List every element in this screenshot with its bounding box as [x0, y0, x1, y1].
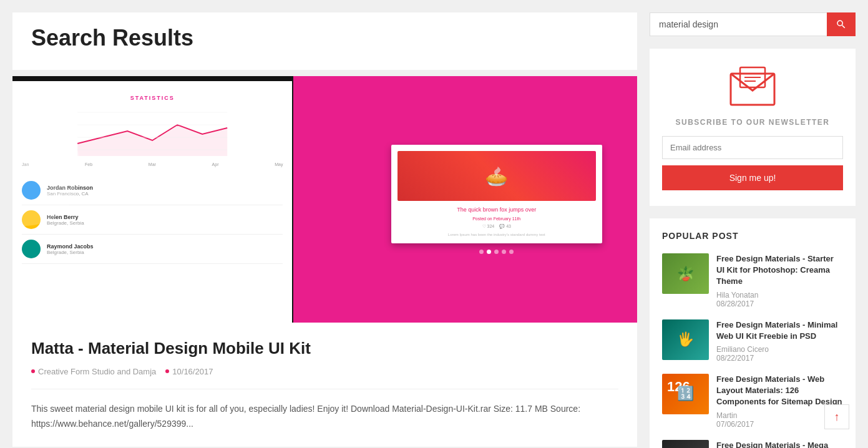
article-title: Matta - Material Design Mobile UI Kit: [31, 338, 618, 359]
search-input[interactable]: [650, 12, 827, 36]
popular-post-info-2: Free Design Materials - Minimal Web UI K…: [716, 319, 843, 363]
publish-date: 10/16/2017: [172, 367, 213, 376]
card-actions: ♡ 324 💬 43: [397, 224, 596, 229]
article-divider: [31, 389, 618, 389]
popular-post-date-2: 08/22/2017: [716, 354, 843, 363]
chart-label-feb: Feb: [85, 162, 92, 167]
card-title: The quick brown fox jumps over: [397, 206, 596, 214]
search-button[interactable]: [827, 12, 856, 36]
article-card: STATISTICS: [12, 76, 637, 447]
popular-post-date-1: 08/28/2017: [716, 299, 843, 308]
article-excerpt: This sweet material design mobile UI kit…: [31, 402, 618, 432]
scroll-top-icon: ↑: [834, 411, 840, 424]
meta-dot-author: [31, 369, 35, 373]
newsletter-icon: [662, 64, 843, 110]
popular-post-item-2[interactable]: Free Design Materials - Minimal Web UI K…: [662, 319, 843, 363]
article-body: Matta - Material Design Mobile UI Kit Cr…: [12, 323, 637, 447]
user-location-3: Belgrade, Serbia: [47, 250, 94, 255]
popular-post-author-2: Emiliano Cicero: [716, 345, 843, 354]
popular-post-thumb-4: [662, 440, 709, 449]
search-box: [650, 12, 856, 36]
popular-post-author-1: Hila Yonatan: [716, 291, 843, 299]
popular-post-item-4[interactable]: Free Design Materials - Mega Collection …: [662, 440, 843, 449]
stats-label: STATISTICS: [22, 95, 283, 101]
newsletter-title: SUBSCRIBE TO OUR NEWSLETTER: [662, 118, 843, 127]
mock-card: The quick brown fox jumps over Posted on…: [391, 145, 602, 244]
card-food-image: [397, 151, 596, 201]
carousel-dot-3[interactable]: [494, 250, 499, 254]
newsletter-box: SUBSCRIBE TO OUR NEWSLETTER Sign me up!: [650, 49, 856, 206]
carousel-dot-4[interactable]: [502, 250, 506, 254]
meta-author: Creative Form Studio and Damja: [31, 367, 156, 376]
popular-post-title-2: Free Design Materials - Minimal Web UI K…: [716, 319, 843, 342]
mock-right-panel: The quick brown fox jumps over Posted on…: [356, 76, 637, 323]
search-results-title: Search Results: [31, 25, 618, 51]
popular-post-title-1: Free Design Materials - Starter UI Kit f…: [716, 253, 843, 288]
article-meta: Creative Form Studio and Damja 10/16/201…: [31, 367, 618, 376]
search-results-header: Search Results: [12, 12, 637, 70]
mock-center-strip: [293, 76, 356, 323]
scroll-top-button[interactable]: ↑: [824, 404, 849, 429]
popular-post-info-4: Free Design Materials - Mega Collection …: [716, 440, 843, 449]
popular-post-title-3: Free Design Materials - Web Layout Mater…: [716, 374, 843, 408]
user-avatar-3: [22, 240, 41, 258]
article-hero-image: STATISTICS: [12, 76, 637, 323]
hero-mockup: STATISTICS: [12, 76, 637, 323]
user-name-3: Raymond Jacobs: [47, 243, 94, 250]
chart-label-may: May: [275, 162, 283, 167]
thumb-number: 126: [667, 379, 690, 395]
popular-post-section-title: POPULAR POST: [662, 231, 843, 241]
popular-post-title-4: Free Design Materials - Mega Collection …: [716, 440, 843, 449]
popular-post-thumb-3: 126: [662, 374, 709, 414]
popular-post-thumb-2: [662, 319, 709, 360]
card-comments: 💬 43: [499, 224, 511, 229]
newsletter-email-input[interactable]: [662, 136, 843, 159]
author-name: Creative Form Studio and Damja: [38, 367, 156, 376]
meta-date: 10/16/2017: [165, 367, 213, 376]
card-posted: Posted on February 11th: [397, 217, 596, 221]
user-info-3: Raymond Jacobs Belgrade, Serbia: [47, 243, 94, 255]
svg-marker-0: [77, 125, 227, 156]
user-list-item: Raymond Jacobs Belgrade, Serbia: [22, 235, 283, 264]
popular-post-thumb-1: [662, 253, 709, 294]
popular-post-item-3[interactable]: 126 Free Design Materials - Web Layout M…: [662, 374, 843, 429]
chart-label-mar: Mar: [149, 162, 156, 167]
envelope-icon: [728, 64, 778, 108]
carousel-dot-1[interactable]: [479, 250, 484, 254]
popular-post-item-1[interactable]: Free Design Materials - Starter UI Kit f…: [662, 253, 843, 308]
carousel-dots: [479, 250, 514, 254]
carousel-dot-5[interactable]: [509, 250, 514, 254]
card-likes: ♡ 324: [482, 224, 495, 229]
meta-dot-date: [165, 369, 169, 373]
main-content: Search Results STATISTICS: [12, 12, 637, 448]
page-wrapper: Search Results STATISTICS: [0, 0, 868, 448]
chart-label-apr: Apr: [212, 162, 219, 167]
popular-post-info-1: Free Design Materials - Starter UI Kit f…: [716, 253, 843, 308]
card-body: Lorem Ipsum has been the industry's stan…: [397, 232, 596, 237]
user-location-2: Belgrade, Serbia: [47, 220, 84, 226]
search-icon: [836, 19, 847, 30]
carousel-dot-2[interactable]: [487, 250, 491, 254]
newsletter-submit-button[interactable]: Sign me up!: [662, 165, 843, 190]
sidebar: SUBSCRIBE TO OUR NEWSLETTER Sign me up! …: [650, 12, 856, 448]
